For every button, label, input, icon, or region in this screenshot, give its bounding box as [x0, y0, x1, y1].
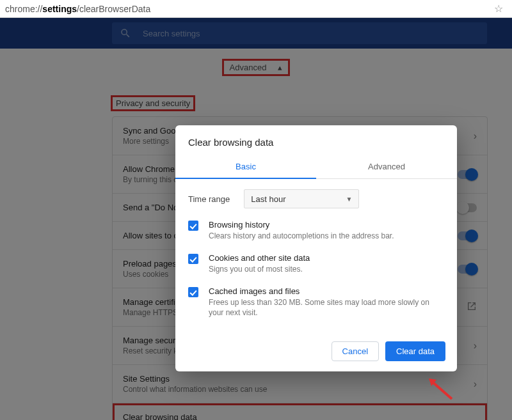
section-title-privacy: Privacy and security [112, 97, 194, 110]
search-input[interactable] [143, 29, 479, 38]
option-browsing-history[interactable]: Browsing historyClears history and autoc… [188, 220, 444, 242]
search-settings-field[interactable] [112, 22, 487, 44]
chevron-right-icon: › [474, 417, 477, 421]
advanced-section-toggle[interactable]: Advanced ▴ [223, 60, 289, 75]
clear-data-button[interactable]: Clear data [385, 341, 445, 361]
url-text: chrome://settings/clearBrowserData [5, 4, 490, 14]
chevron-up-icon: ▴ [278, 63, 282, 72]
time-range-value: Last hour [251, 194, 285, 204]
dialog-tabs: Basic Advanced [175, 157, 457, 179]
chevron-right-icon: › [474, 340, 477, 352]
toggle-preload[interactable] [458, 265, 477, 274]
checkbox-cache[interactable] [188, 287, 198, 297]
option-cache[interactable]: Cached images and filesFrees up less tha… [188, 286, 444, 319]
tab-basic[interactable]: Basic [175, 157, 316, 179]
chevron-right-icon: › [474, 378, 477, 390]
time-range-label: Time range [188, 194, 230, 204]
option-cookies[interactable]: Cookies and other site dataSigns you out… [188, 253, 444, 275]
tab-advanced[interactable]: Advanced [316, 157, 457, 178]
bookmark-star-icon[interactable]: ☆ [490, 3, 507, 15]
search-icon [120, 27, 131, 39]
cancel-button[interactable]: Cancel [332, 341, 379, 361]
clear-browsing-data-dialog: Clear browsing data Basic Advanced Time … [175, 125, 457, 371]
toggle-dnt[interactable] [458, 203, 477, 212]
row-clear-browsing-data[interactable]: Clear browsing dataClear history, cookie… [113, 403, 487, 420]
chevron-right-icon: › [474, 130, 477, 142]
advanced-label: Advanced [230, 63, 267, 72]
checkbox-browsing-history[interactable] [188, 221, 198, 231]
checkbox-cookies[interactable] [188, 254, 198, 264]
header-bar [0, 18, 512, 49]
external-link-icon [467, 301, 477, 314]
toggle-payment[interactable] [458, 231, 477, 240]
omnibox[interactable]: chrome://settings/clearBrowserData ☆ [0, 0, 512, 18]
chevron-down-icon: ▼ [346, 196, 352, 203]
time-range-select[interactable]: Last hour ▼ [244, 189, 359, 208]
dialog-title: Clear browsing data [175, 125, 457, 157]
toggle-allow-signin[interactable] [458, 170, 477, 179]
